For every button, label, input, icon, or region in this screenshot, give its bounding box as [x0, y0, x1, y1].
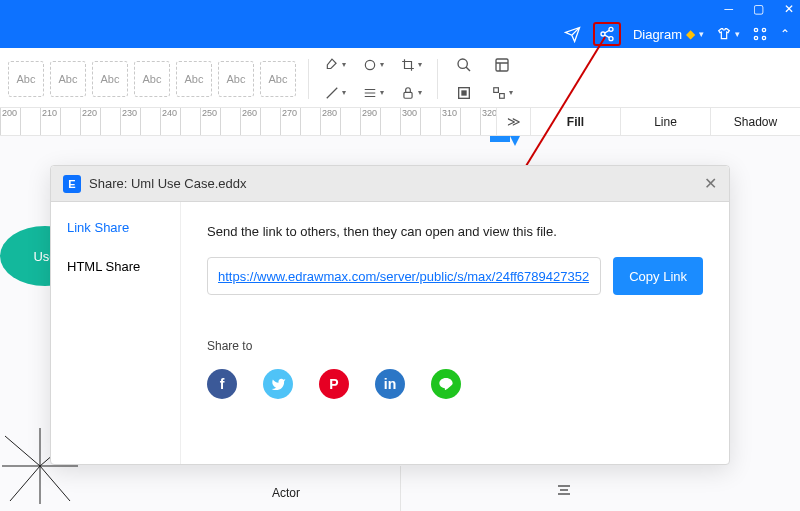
- toolbar: Abc Abc Abc Abc Abc Abc Abc: [0, 48, 800, 108]
- crop-tool[interactable]: [397, 54, 425, 76]
- titlebar: ─ ▢ ✕ Diagram ◆ ▾ ▾ ⌃: [0, 0, 800, 48]
- ruler: 2002102202302402502602702802903003103203…: [0, 108, 496, 135]
- line-style-tool[interactable]: [359, 82, 387, 104]
- copy-link-button[interactable]: Copy Link: [613, 257, 703, 295]
- svg-point-5: [754, 36, 757, 39]
- chevron-down-icon: ▾: [735, 29, 740, 39]
- ruler-tick: 260: [240, 108, 260, 135]
- text-style-box[interactable]: Abc: [218, 61, 254, 97]
- ruler-tick: 280: [320, 108, 340, 135]
- twitter-icon[interactable]: [263, 369, 293, 399]
- svg-line-16: [5, 436, 40, 466]
- svg-point-1: [601, 32, 605, 36]
- gem-icon: ◆: [686, 27, 695, 41]
- ruler-tick: 270: [280, 108, 300, 135]
- chevron-down-icon: ▾: [699, 29, 704, 39]
- svg-point-2: [609, 37, 613, 41]
- svg-rect-8: [403, 92, 411, 98]
- ruler-tick: 220: [80, 108, 100, 135]
- select-icon[interactable]: [450, 82, 478, 104]
- window-controls: ─ ▢ ✕: [724, 2, 794, 16]
- ruler-tick: 210: [40, 108, 60, 135]
- dialog-main: Send the link to others, then they can o…: [181, 202, 729, 464]
- share-url-link[interactable]: https://www.edrawmax.com/server/public/s…: [218, 269, 589, 284]
- svg-point-6: [762, 36, 765, 39]
- svg-rect-12: [462, 91, 466, 95]
- instruction-text: Send the link to others, then they can o…: [207, 224, 703, 239]
- text-style-box[interactable]: Abc: [8, 61, 44, 97]
- share-dialog: E Share: Uml Use Case.eddx ✕ Link Share …: [50, 165, 730, 465]
- fill-tool[interactable]: [321, 54, 349, 76]
- sidebar-item-link-share[interactable]: Link Share: [67, 220, 180, 235]
- apps-icon[interactable]: [752, 26, 768, 42]
- pen-tool[interactable]: [321, 82, 349, 104]
- shape-tool[interactable]: [359, 54, 387, 76]
- facebook-icon[interactable]: f: [207, 369, 237, 399]
- pinterest-icon[interactable]: P: [319, 369, 349, 399]
- svg-rect-15: [490, 136, 510, 142]
- sidebar-item-html-share[interactable]: HTML Share: [67, 259, 180, 274]
- group-icon[interactable]: [488, 82, 516, 104]
- svg-rect-13: [493, 87, 498, 92]
- separator: [437, 59, 438, 99]
- ruler-tick: 320: [480, 108, 496, 135]
- tab-shadow[interactable]: Shadow: [710, 108, 800, 135]
- share-to-label: Share to: [207, 339, 703, 353]
- text-style-box[interactable]: Abc: [134, 61, 170, 97]
- ruler-tick: 310: [440, 108, 460, 135]
- align-icon[interactable]: [553, 481, 575, 499]
- send-icon[interactable]: [564, 26, 581, 43]
- svg-point-0: [609, 27, 613, 31]
- ruler-tick: 230: [120, 108, 140, 135]
- line-icon[interactable]: [431, 369, 461, 399]
- chevron-up-icon[interactable]: ⌃: [780, 27, 790, 41]
- diagram-label: Diagram: [633, 27, 682, 42]
- actor-label: Actor: [272, 486, 300, 500]
- lock-tool[interactable]: [397, 82, 425, 104]
- ruler-tick: 200: [0, 108, 20, 135]
- close-icon[interactable]: ✕: [784, 2, 794, 16]
- separator: [400, 466, 401, 511]
- expand-panel-button[interactable]: ≫: [496, 108, 530, 135]
- svg-line-23: [40, 466, 70, 501]
- text-style-box[interactable]: Abc: [260, 61, 296, 97]
- text-style-box[interactable]: Abc: [92, 61, 128, 97]
- close-dialog-button[interactable]: ✕: [704, 174, 717, 193]
- dialog-sidebar: Link Share HTML Share: [51, 202, 181, 464]
- minimize-icon[interactable]: ─: [724, 2, 733, 16]
- svg-point-7: [365, 60, 374, 69]
- properties-icon[interactable]: [488, 54, 516, 76]
- svg-line-21: [10, 466, 40, 501]
- share-icon[interactable]: [593, 22, 621, 46]
- svg-point-3: [754, 28, 757, 31]
- dialog-header: E Share: Uml Use Case.eddx ✕: [51, 166, 729, 202]
- svg-rect-14: [499, 93, 504, 98]
- ruler-tick: 250: [200, 108, 220, 135]
- text-style-box[interactable]: Abc: [176, 61, 212, 97]
- svg-rect-10: [496, 59, 508, 71]
- tab-fill[interactable]: Fill: [530, 108, 620, 135]
- linkedin-icon[interactable]: in: [375, 369, 405, 399]
- diagram-chip[interactable]: Diagram ◆ ▾: [633, 27, 704, 42]
- tshirt-icon[interactable]: ▾: [716, 26, 740, 42]
- dialog-title: Share: Uml Use Case.eddx: [89, 176, 247, 191]
- text-style-box[interactable]: Abc: [50, 61, 86, 97]
- svg-point-4: [762, 28, 765, 31]
- ruler-tick: 240: [160, 108, 180, 135]
- ruler-tick: 290: [360, 108, 380, 135]
- app-logo-icon: E: [63, 175, 81, 193]
- ruler-tick: 300: [400, 108, 420, 135]
- separator: [308, 59, 309, 99]
- search-icon[interactable]: [450, 54, 478, 76]
- share-url-field[interactable]: https://www.edrawmax.com/server/public/s…: [207, 257, 601, 295]
- maximize-icon[interactable]: ▢: [753, 2, 764, 16]
- subbar: 2002102202302402502602702802903003103203…: [0, 108, 800, 136]
- social-row: f P in: [207, 369, 703, 399]
- svg-point-9: [458, 59, 467, 68]
- tab-line[interactable]: Line: [620, 108, 710, 135]
